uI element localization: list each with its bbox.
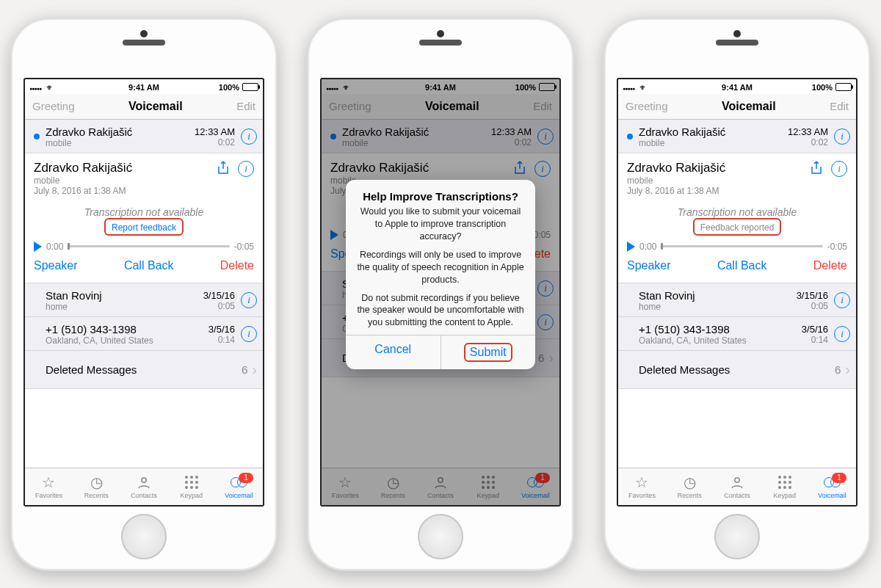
battery-icon bbox=[242, 83, 258, 91]
keypad-icon bbox=[185, 474, 198, 490]
caller-sub: home bbox=[46, 302, 203, 312]
unplayed-dot-icon bbox=[627, 134, 633, 139]
signal-dots-icon: ᯤ bbox=[29, 83, 54, 92]
clock-icon: ◷ bbox=[684, 474, 696, 490]
caller-sub: mobile bbox=[34, 175, 132, 186]
tab-bar: ☆Favorites ◷Recents Contacts Keypad 1Voi… bbox=[25, 468, 263, 505]
speaker-button[interactable]: Speaker bbox=[34, 259, 78, 272]
page-title: Voicemail bbox=[722, 100, 776, 113]
tab-voicemail[interactable]: 1Voicemail bbox=[808, 468, 856, 505]
delete-button[interactable]: Delete bbox=[813, 259, 847, 272]
deleted-count: 6 bbox=[242, 363, 247, 376]
highlight-box: Report feedback bbox=[104, 218, 184, 236]
alert-message: Would you like to submit your voicemail … bbox=[346, 206, 535, 249]
share-icon[interactable] bbox=[809, 161, 824, 175]
proximity-sensor bbox=[733, 30, 741, 37]
screen: ᯤ 9:41 AM 100% Greeting Voicemail Edit Z… bbox=[23, 78, 264, 507]
tab-recents[interactable]: ◷Recents bbox=[73, 468, 120, 505]
time-elapsed: 0:00 bbox=[46, 242, 63, 252]
tab-favorites[interactable]: ☆Favorites bbox=[25, 468, 73, 505]
feedback-reported-label: Feedback reported bbox=[700, 222, 775, 233]
voicemail-list: Zdravko Rakijašić mobile 12:33 AM 0:02 i… bbox=[25, 120, 263, 468]
delete-button[interactable]: Delete bbox=[220, 259, 254, 272]
caller-sub: Oakland, CA, United States bbox=[46, 335, 209, 346]
tab-voicemail[interactable]: 1Voicemail bbox=[215, 468, 263, 505]
vm-date: July 8, 2016 at 1:38 AM bbox=[34, 186, 132, 196]
home-button[interactable] bbox=[121, 514, 167, 559]
transcription-status: Transcription not available bbox=[627, 206, 847, 218]
transcription-status: Transcription not available bbox=[34, 206, 254, 218]
time-remaining: -0:05 bbox=[234, 242, 254, 252]
voicemail-icon: 1 bbox=[231, 474, 247, 490]
proximity-sensor bbox=[437, 30, 444, 37]
submit-button[interactable]: Submit bbox=[440, 335, 536, 369]
info-icon[interactable]: i bbox=[834, 292, 850, 308]
page-title: Voicemail bbox=[128, 100, 183, 113]
tab-keypad[interactable]: Keypad bbox=[167, 468, 215, 505]
tab-favorites[interactable]: ☆Favorites bbox=[618, 468, 666, 505]
edit-button[interactable]: Edit bbox=[830, 100, 849, 112]
deleted-messages-row[interactable]: Deleted Messages 6 bbox=[25, 351, 263, 389]
tab-contacts[interactable]: Contacts bbox=[714, 468, 761, 505]
person-icon bbox=[137, 474, 151, 490]
voicemail-expanded: Zdravko RakijašićmobileJuly 8, 2016 at 1… bbox=[618, 153, 856, 283]
share-icon[interactable] bbox=[216, 161, 231, 175]
vm-time: 3/15/16 bbox=[203, 290, 235, 301]
earpiece bbox=[419, 40, 462, 46]
info-icon[interactable]: i bbox=[834, 326, 850, 342]
play-icon[interactable] bbox=[34, 242, 42, 252]
greeting-button[interactable]: Greeting bbox=[32, 100, 75, 112]
voicemail-list: Zdravko Rakijašićmobile 12:33 AM0:02 i Z… bbox=[618, 120, 856, 468]
tab-recents[interactable]: ◷Recents bbox=[666, 468, 714, 505]
home-button[interactable] bbox=[714, 514, 760, 559]
voicemail-row[interactable]: +1 (510) 343-1398 Oakland, CA, United St… bbox=[25, 317, 263, 351]
voicemail-icon: 1 bbox=[824, 474, 841, 490]
battery-pct: 100% bbox=[219, 83, 239, 92]
info-icon[interactable]: i bbox=[831, 161, 847, 177]
scrubber[interactable] bbox=[68, 245, 229, 247]
status-bar: ᯤ 9:41 AM 100% bbox=[25, 79, 263, 94]
alert-dialog: Help Improve Transcriptions? Would you l… bbox=[346, 180, 535, 369]
callback-button[interactable]: Call Back bbox=[717, 259, 767, 272]
caller-name: Stan Rovinj bbox=[46, 289, 203, 302]
svg-point-0 bbox=[142, 477, 146, 482]
edit-button[interactable]: Edit bbox=[236, 100, 255, 112]
vm-duration: 0:05 bbox=[218, 301, 235, 311]
greeting-button[interactable]: Greeting bbox=[626, 100, 668, 112]
voicemail-row-unplayed[interactable]: Zdravko Rakijašićmobile 12:33 AM0:02 i bbox=[618, 120, 856, 153]
star-icon: ☆ bbox=[635, 474, 648, 490]
info-icon[interactable]: i bbox=[241, 292, 257, 308]
highlight-box: Feedback reported bbox=[693, 218, 782, 236]
deleted-messages-row[interactable]: Deleted Messages6 bbox=[618, 351, 856, 389]
callback-button[interactable]: Call Back bbox=[124, 259, 174, 272]
report-feedback-link[interactable]: Report feedback bbox=[112, 222, 176, 233]
info-icon[interactable]: i bbox=[241, 326, 257, 342]
info-icon[interactable]: i bbox=[238, 161, 254, 177]
voicemail-row[interactable]: Stan Rovinjhome3/15/160:05i bbox=[618, 283, 856, 317]
voicemail-row-unplayed[interactable]: Zdravko Rakijašić mobile 12:33 AM 0:02 i bbox=[25, 120, 263, 153]
vm-duration: 0:14 bbox=[218, 335, 235, 345]
navbar: Greeting Voicemail Edit bbox=[25, 94, 263, 120]
voicemail-row[interactable]: Stan Rovinj home 3/15/16 0:05 i bbox=[25, 283, 263, 317]
cancel-button[interactable]: Cancel bbox=[346, 335, 440, 369]
play-icon[interactable] bbox=[627, 242, 635, 252]
caller-name: Zdravko Rakijašić bbox=[46, 126, 195, 138]
info-icon[interactable]: i bbox=[241, 128, 257, 145]
home-button[interactable] bbox=[418, 514, 463, 559]
earpiece bbox=[123, 40, 165, 46]
vm-time: 3/5/16 bbox=[209, 324, 235, 335]
info-icon[interactable]: i bbox=[834, 128, 850, 145]
earpiece bbox=[716, 40, 758, 46]
navbar: Greeting Voicemail Edit bbox=[618, 94, 856, 120]
phone-mockup-3: ᯤ 9:41 AM 100% Greeting Voicemail Edit Z… bbox=[603, 18, 871, 571]
highlight-box: Submit bbox=[464, 343, 512, 362]
tab-keypad[interactable]: Keypad bbox=[761, 468, 808, 505]
speaker-button[interactable]: Speaker bbox=[627, 259, 671, 272]
scrubber[interactable] bbox=[661, 245, 822, 247]
tab-contacts[interactable]: Contacts bbox=[120, 468, 168, 505]
voicemail-row[interactable]: +1 (510) 343-1398Oakland, CA, United Sta… bbox=[618, 317, 856, 351]
proximity-sensor bbox=[140, 30, 148, 37]
caller-name: Zdravko Rakijašić bbox=[34, 161, 132, 175]
alert-title: Help Improve Transcriptions? bbox=[346, 180, 535, 206]
tab-bar: ☆Favorites ◷Recents Contacts Keypad 1Voi… bbox=[618, 468, 856, 505]
